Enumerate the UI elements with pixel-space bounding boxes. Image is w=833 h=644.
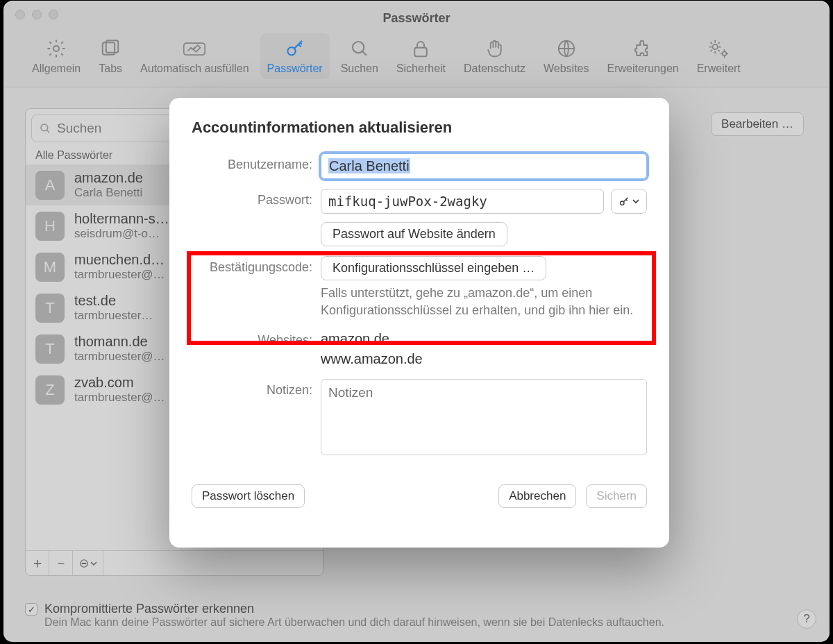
delete-password-button[interactable]: Passwort löschen [192, 484, 305, 508]
websites-label: Websites: [192, 329, 312, 348]
website-entry: www.amazon.de [321, 349, 647, 369]
change-on-website-button[interactable]: Passwort auf Website ändern [321, 222, 507, 246]
website-entry: amazon.de [321, 329, 647, 349]
svg-point-15 [621, 201, 624, 205]
modal-title: Accountinformationen aktualisieren [192, 119, 647, 137]
edit-account-modal: Accountinformationen aktualisieren Benut… [169, 98, 669, 548]
websites-list: amazon.de www.amazon.de [321, 329, 647, 369]
username-input[interactable]: Carla Benetti [321, 153, 647, 179]
cancel-button[interactable]: Abbrechen [498, 484, 576, 508]
password-label: Passwort: [192, 189, 312, 207]
notes-label: Notizen: [192, 379, 312, 398]
notes-textarea[interactable] [321, 379, 647, 455]
password-input[interactable]: mifkuq-juwPox-2wagky [321, 189, 604, 214]
verification-code-label: Bestätigungscode: [192, 256, 312, 275]
save-button[interactable]: Sichern [586, 484, 647, 508]
username-label: Benutzername: [192, 153, 312, 172]
enter-setup-key-button[interactable]: Konfigurationsschlüssel eingeben … [321, 256, 546, 280]
modal-footer: Passwort löschen Abbrechen Sichern [192, 484, 647, 508]
password-menu-button[interactable] [611, 189, 647, 214]
verification-code-hint: Falls unterstützt, gehe zu „amazon.de“, … [321, 285, 647, 319]
chevron-down-icon [632, 198, 639, 205]
key-icon [619, 196, 630, 207]
preferences-window: Passwörter Allgemein Tabs Automatisch au… [4, 1, 829, 641]
